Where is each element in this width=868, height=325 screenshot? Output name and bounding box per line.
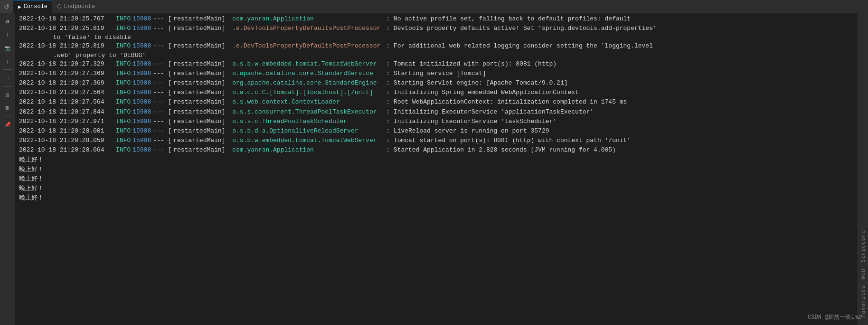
log-separator: --- [	[153, 127, 171, 135]
log-logger: o.s.s.c.ThreadPoolTaskScheduler	[232, 117, 384, 126]
log-timestamp: 2022-10-18 21:20:27.369	[19, 69, 114, 78]
log-message: : Tomcat initialized with port(s): 8081 …	[386, 60, 557, 68]
log-logger: .e.DevToolsPropertyDefaultsPostProcessor	[232, 42, 384, 50]
log-separator: --- [	[153, 79, 171, 87]
log-pid: 15908	[132, 117, 151, 126]
right-label-web[interactable]: Web	[860, 266, 866, 282]
log-message: : For additional web related logging con…	[386, 42, 653, 50]
greeting-line: 晚上好！	[15, 193, 858, 202]
log-thread: restartedMain]	[173, 15, 230, 23]
log-thread: restartedMain]	[173, 24, 230, 33]
scroll-up-button[interactable]: ↑	[1, 29, 14, 41]
tab-endpoints-label: Endpoints	[64, 3, 95, 10]
watermark: CSDN @媚然一笑lmz	[808, 313, 861, 321]
log-thread: restartedMain]	[173, 60, 230, 68]
log-separator: --- [	[153, 24, 171, 33]
sidebar-sep-2	[3, 86, 12, 86]
log-thread: restartedMain]	[173, 98, 230, 106]
log-level: INFO	[116, 24, 131, 33]
log-separator: --- [	[153, 117, 171, 126]
main-layout: ↺ ↑ 📷 ↓ ⬚ 🖨 🗑 📌 2022-10-18 21:20:25.767 …	[0, 13, 868, 325]
tab-console-label: Console	[24, 3, 47, 10]
log-level: INFO	[116, 146, 131, 154]
log-logger: o.s.b.d.a.OptionalLiveReloadServer	[232, 127, 384, 135]
right-label-structure[interactable]: Structure	[860, 227, 866, 265]
log-thread: restartedMain]	[173, 69, 230, 78]
tab-bar: ↺ ▶ Console ⬡ Endpoints	[0, 0, 868, 13]
log-timestamp: 2022-10-18 21:20:27.564	[19, 98, 114, 106]
log-line: 2022-10-18 21:20:27.844 INFO 15908 --- […	[15, 107, 858, 117]
log-timestamp: 2022-10-18 21:20:27.844	[19, 108, 114, 116]
log-logger: com.yanran.Application	[232, 146, 384, 154]
log-pid: 15908	[132, 42, 151, 50]
tab-console[interactable]: ▶ Console	[13, 0, 52, 13]
log-message: : Tomcat started on port(s): 8081 (http)…	[386, 136, 631, 145]
log-separator: --- [	[153, 136, 171, 145]
pin-button[interactable]: 📌	[1, 118, 14, 131]
log-level: INFO	[116, 15, 131, 23]
log-level: INFO	[116, 98, 131, 106]
log-line: 2022-10-18 21:20:27.564 INFO 15908 --- […	[15, 97, 858, 107]
log-line: 2022-10-18 21:20:25.767 INFO 15908 --- […	[15, 14, 858, 24]
log-level: INFO	[116, 136, 131, 145]
endpoints-icon: ⬡	[57, 3, 62, 10]
log-thread: restartedMain]	[173, 42, 230, 50]
log-continuation: .web' property to 'DEBUG'	[15, 51, 858, 59]
tab-endpoints[interactable]: ⬡ Endpoints	[52, 0, 100, 13]
log-timestamp: 2022-10-18 21:20:25.767	[19, 15, 114, 23]
greeting-line: 晚上好！	[15, 155, 858, 164]
log-timestamp: 2022-10-18 21:20:28.001	[19, 127, 114, 135]
log-thread: restartedMain]	[173, 127, 230, 135]
log-line: 2022-10-18 21:20:28.064 INFO 15908 --- […	[15, 145, 858, 155]
log-separator: --- [	[153, 88, 171, 97]
log-separator: --- [	[153, 42, 171, 50]
log-timestamp: 2022-10-18 21:20:25.819	[19, 24, 114, 33]
log-thread: restartedMain]	[173, 136, 230, 145]
log-line: 2022-10-18 21:20:27.369 INFO 15908 --- […	[15, 69, 858, 78]
log-line: 2022-10-18 21:20:27.564 INFO 15908 --- […	[15, 88, 858, 97]
scroll-down-button[interactable]: ↓	[1, 55, 14, 67]
log-separator: --- [	[153, 15, 171, 23]
right-panel: Structure Web Favorites	[858, 13, 868, 325]
log-thread: restartedMain]	[173, 146, 230, 154]
log-logger: o.a.c.c.C.[Tomcat].[localhost].[/unit]	[232, 88, 384, 97]
log-level: INFO	[116, 108, 131, 116]
log-logger: org.apache.catalina.core.StandardEngine	[232, 79, 384, 87]
log-thread: restartedMain]	[173, 79, 230, 87]
log-message: : Started Application in 2.828 seconds (…	[386, 146, 616, 154]
left-sidebar: ↺ ↑ 📷 ↓ ⬚ 🖨 🗑 📌	[0, 13, 15, 325]
log-timestamp: 2022-10-18 21:20:27.329	[19, 60, 114, 68]
log-level: INFO	[116, 79, 131, 87]
log-timestamp: 2022-10-18 21:20:27.971	[19, 117, 114, 126]
log-logger: o.apache.catalina.core.StandardService	[232, 69, 384, 78]
log-line: 2022-10-18 21:20:25.819 INFO 15908 --- […	[15, 41, 858, 51]
screenshot-button[interactable]: 📷	[1, 42, 14, 54]
reload-button[interactable]: ↺	[0, 0, 13, 13]
log-logger: com.yanran.Application	[232, 15, 384, 23]
console-output[interactable]: 2022-10-18 21:20:25.767 INFO 15908 --- […	[15, 13, 858, 325]
log-level: INFO	[116, 69, 131, 78]
log-timestamp: 2022-10-18 21:20:27.564	[19, 88, 114, 97]
greeting-line: 晚上好！	[15, 183, 858, 193]
log-message: : Starting service [Tomcat]	[386, 69, 486, 78]
log-line: 2022-10-18 21:20:27.329 INFO 15908 --- […	[15, 59, 858, 69]
log-thread: restartedMain]	[173, 108, 230, 116]
print-button[interactable]: 🖨	[1, 88, 14, 101]
wrap-button[interactable]: ⬚	[1, 72, 14, 84]
greeting-line: 晚上好！	[15, 174, 858, 183]
log-separator: --- [	[153, 69, 171, 78]
delete-button[interactable]: 🗑	[1, 102, 14, 114]
log-pid: 15908	[132, 108, 151, 116]
rerun-button[interactable]: ↺	[1, 15, 14, 28]
log-pid: 15908	[132, 60, 151, 68]
log-level: INFO	[116, 42, 131, 50]
log-separator: --- [	[153, 98, 171, 106]
log-message: : Initializing ExecutorService 'taskSche…	[386, 117, 557, 126]
log-separator: --- [	[153, 146, 171, 154]
log-logger: .e.DevToolsPropertyDefaultsPostProcessor	[232, 24, 384, 33]
log-pid: 15908	[132, 24, 151, 33]
log-continuation: to 'false' to disable	[15, 33, 858, 41]
log-pid: 15908	[132, 146, 151, 154]
log-pid: 15908	[132, 79, 151, 87]
log-message: : Initializing Spring embedded WebApplic…	[386, 88, 579, 97]
